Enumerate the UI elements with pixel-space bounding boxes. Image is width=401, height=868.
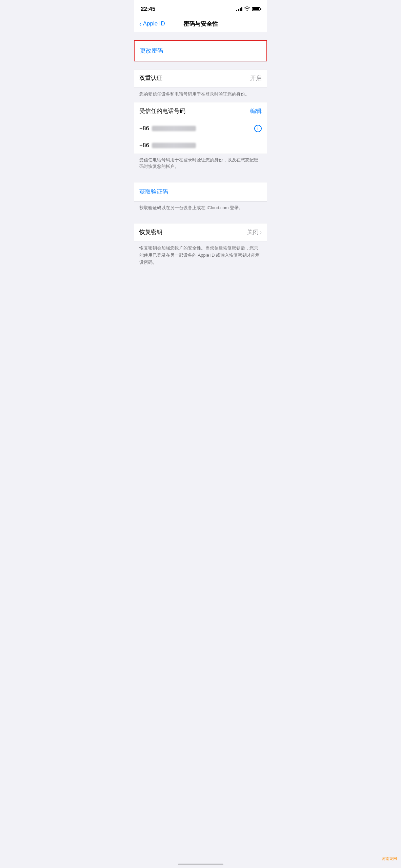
phone-blurred-1 <box>152 126 196 131</box>
edit-button[interactable]: 编辑 <box>250 107 262 115</box>
two-factor-title: 双重认证 <box>139 74 162 82</box>
phone-prefix-2: +86 <box>139 142 149 149</box>
recovery-status: 关闭 › <box>247 228 262 236</box>
status-bar: 22:45 <box>134 0 267 17</box>
back-chevron-icon: ‹ <box>139 20 142 27</box>
nav-bar: ‹ Apple ID 密码与安全性 <box>134 17 267 32</box>
verification-description: 获取验证码以在另一台设备上或在 iCloud.com 登录。 <box>134 202 267 216</box>
wifi-icon <box>244 6 250 12</box>
verification-section: 获取验证码 <box>134 182 267 202</box>
phone-number-row-1[interactable]: +86 i <box>134 120 267 137</box>
two-factor-description: 您的受信任设备和电话号码用于在登录时验证您的身份。 <box>134 87 267 102</box>
trusted-phone-row: 受信任的电话号码 编辑 <box>134 102 267 120</box>
two-factor-header: 双重认证 开启 <box>134 70 267 87</box>
phone-number-content-2: +86 <box>139 142 196 149</box>
two-factor-status: 开启 <box>250 74 262 82</box>
phone-number-content-1: +86 <box>139 125 196 132</box>
two-factor-footer: 受信任电话号码用于在登录时验证您的身份，以及在您忘记密码时恢复您的帐户。 <box>134 154 267 175</box>
two-factor-section: 双重认证 开启 您的受信任设备和电话号码用于在登录时验证您的身份。 受信任的电话… <box>134 69 267 175</box>
status-icons <box>236 6 260 12</box>
recovery-chevron-icon: › <box>260 229 262 235</box>
status-time: 22:45 <box>141 6 155 13</box>
phone-prefix-1: +86 <box>139 125 149 132</box>
recovery-header[interactable]: 恢复密钥 关闭 › <box>134 223 267 241</box>
verification-label: 获取验证码 <box>139 189 168 195</box>
verification-row[interactable]: 获取验证码 <box>134 182 267 201</box>
two-factor-group: 双重认证 开启 <box>134 69 267 87</box>
trusted-phone-label: 受信任的电话号码 <box>139 107 185 115</box>
battery-icon <box>252 7 260 11</box>
signal-icon <box>236 7 242 11</box>
change-password-label: 更改密码 <box>140 47 163 54</box>
change-password-row[interactable]: 更改密码 <box>134 40 267 61</box>
phone-number-row-2[interactable]: +86 <box>134 137 267 154</box>
info-icon-1[interactable]: i <box>254 125 262 132</box>
back-label: Apple ID <box>143 20 165 27</box>
page-title: 密码与安全性 <box>183 20 218 28</box>
recovery-description: 恢复密钥会加强您帐户的安全性。当您创建恢复密钥后，您只能使用已登录在另一部设备的… <box>134 241 267 271</box>
back-button[interactable]: ‹ Apple ID <box>139 20 165 27</box>
recovery-title: 恢复密钥 <box>139 228 162 236</box>
change-password-container: 更改密码 <box>134 40 267 62</box>
recovery-section: 恢复密钥 关闭 › <box>134 223 267 241</box>
phone-blurred-2 <box>152 143 196 148</box>
recovery-status-label: 关闭 <box>247 228 259 236</box>
